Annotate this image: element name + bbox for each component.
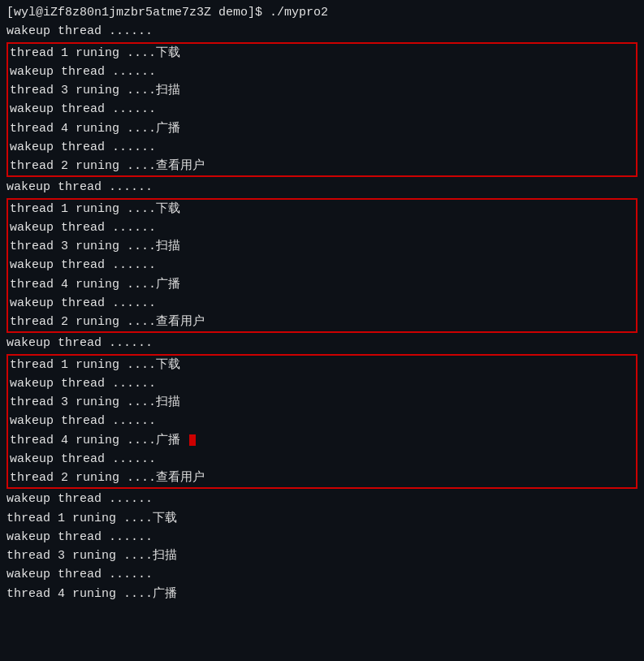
thread-line: thread 4 runing ....广播 — [6, 585, 638, 603]
red-box-1: thread 1 runing ....下载 wakeup thread ...… — [6, 42, 638, 178]
thread-line: thread 3 runing ....扫描 — [10, 393, 634, 412]
wakeup-line: wakeup thread ...... — [10, 374, 634, 393]
wakeup-line: wakeup thread ...... — [10, 218, 634, 237]
wakeup-line: wakeup thread ...... — [10, 412, 634, 430]
thread-line: thread 1 runing ....下载 — [10, 44, 634, 63]
wakeup-line-4: wakeup thread ...... — [6, 490, 638, 508]
wakeup-line: wakeup thread ...... — [10, 63, 634, 81]
wakeup-line-3: wakeup thread ...... — [6, 334, 638, 352]
cursor — [189, 434, 196, 446]
wakeup-line-2: wakeup thread ...... — [6, 178, 638, 197]
thread-line: thread 1 runing ....下载 — [10, 200, 634, 218]
thread-line: thread 4 runing ....广播 — [10, 275, 634, 294]
wakeup-line: wakeup thread ...... — [10, 450, 634, 469]
thread-line: thread 1 runing ....下载 — [6, 509, 638, 528]
wakeup-line-1: wakeup thread ...... — [6, 22, 638, 41]
wakeup-line-6: wakeup thread ...... — [6, 565, 638, 584]
thread-line: thread 4 runing ....广播 — [10, 119, 634, 138]
thread-line: thread 2 runing ....查看用户 — [10, 313, 634, 331]
red-box-3: thread 1 runing ....下载 wakeup thread ...… — [6, 354, 638, 490]
wakeup-line: wakeup thread ...... — [10, 256, 634, 274]
thread-line: thread 3 runing ....扫描 — [6, 547, 638, 565]
thread-line: thread 1 runing ....下载 — [10, 356, 634, 374]
thread-line: thread 3 runing ....扫描 — [10, 237, 634, 256]
wakeup-line: wakeup thread ...... — [10, 138, 634, 157]
thread-line: thread 2 runing ....查看用户 — [10, 157, 634, 175]
thread-line-cursor: thread 4 runing ....广播 — [10, 431, 634, 450]
wakeup-line-5: wakeup thread ...... — [6, 528, 638, 547]
thread-line: thread 2 runing ....查看用户 — [10, 469, 634, 487]
wakeup-line: wakeup thread ...... — [10, 294, 634, 313]
terminal: [wyl@iZf8z80n1jmzbr5atme7z3Z demo]$ ./my… — [0, 0, 644, 661]
wakeup-line: wakeup thread ...... — [10, 100, 634, 119]
command-line: [wyl@iZf8z80n1jmzbr5atme7z3Z demo]$ ./my… — [6, 3, 638, 22]
thread-line: thread 3 runing ....扫描 — [10, 81, 634, 100]
red-box-2: thread 1 runing ....下载 wakeup thread ...… — [6, 198, 638, 334]
